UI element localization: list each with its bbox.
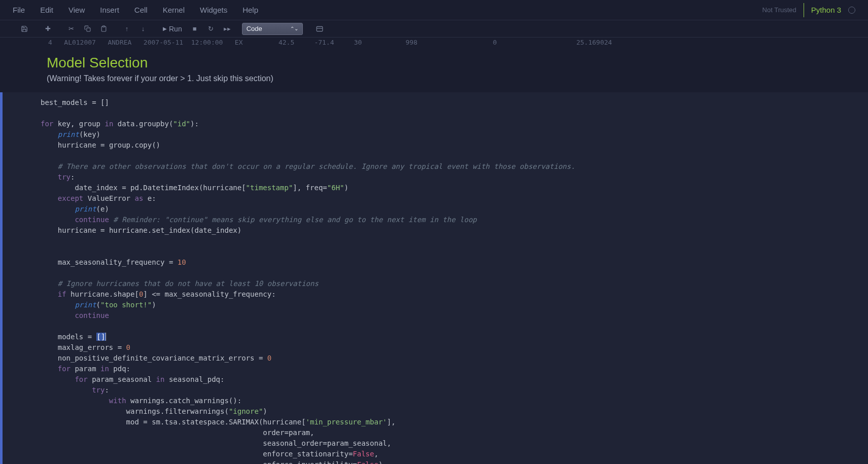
move-down-icon[interactable]: ↓ [136, 23, 150, 34]
notebook: 4 AL012007 ANDREA 2007-05-11 12:00:00 EX… [0, 38, 868, 464]
command-palette-icon[interactable] [313, 23, 326, 34]
cell-gutter [0, 92, 34, 464]
cut-icon[interactable]: ✂ [64, 23, 78, 34]
menubar: File Edit View Insert Cell Kernel Widget… [0, 0, 868, 20]
chevron-up-down-icon: ⌃⌄ [290, 26, 298, 31]
menu-cell[interactable]: Cell [134, 6, 148, 14]
paste-icon[interactable] [97, 23, 110, 34]
markdown-paragraph: (Warning! Takes forever if your order > … [47, 74, 868, 83]
restart-icon[interactable]: ↻ [204, 23, 218, 34]
string-literal: "ignore" [229, 407, 263, 415]
menu-help[interactable]: Help [242, 6, 258, 14]
menu-widgets[interactable]: Widgets [200, 6, 227, 14]
kernel-name[interactable]: Python 3 [811, 6, 841, 14]
save-icon[interactable] [18, 23, 31, 34]
header-right: Not Trusted Python 3 [762, 3, 855, 17]
markdown-cell[interactable]: Model Selection (Warning! Takes forever … [0, 47, 868, 90]
string-literal: 'min_pressure_mbar' [306, 418, 387, 426]
interrupt-icon[interactable]: ■ [188, 23, 201, 34]
restart-run-all-icon[interactable]: ▸▸ [221, 23, 234, 34]
number-literal: 0 [267, 354, 271, 362]
output-data-fragment: 4 AL012007 ANDREA 2007-05-11 12:00:00 EX… [0, 38, 868, 47]
copy-icon[interactable] [81, 23, 94, 34]
menu-view[interactable]: View [68, 6, 85, 14]
not-trusted-label[interactable]: Not Trusted [762, 6, 796, 14]
cell-type-value: Code [247, 25, 262, 32]
code-editor[interactable]: best_models = [] for key, group in data.… [34, 92, 868, 464]
string-literal: "id" [173, 120, 190, 128]
svg-rect-1 [102, 26, 105, 27]
menu-file[interactable]: File [13, 6, 25, 14]
string-literal: "timestamp" [246, 184, 293, 192]
string-literal: "6H" [327, 184, 344, 192]
markdown-heading: Model Selection [47, 55, 868, 71]
menu-kernel[interactable]: Kernel [163, 6, 185, 14]
menus: File Edit View Insert Cell Kernel Widget… [13, 6, 258, 14]
header-divider [804, 3, 804, 17]
code-comment: # Reminder: "continue" means skip everyt… [113, 216, 476, 224]
play-icon: ▶ [163, 26, 167, 31]
svg-rect-0 [86, 28, 90, 31]
code-cell[interactable]: best_models = [] for key, group in data.… [0, 92, 868, 464]
move-up-icon[interactable]: ↑ [120, 23, 133, 34]
selected-text: [] [96, 333, 106, 341]
add-cell-icon[interactable]: ✚ [41, 23, 54, 34]
number-literal: 0 [126, 343, 130, 351]
kernel-status-icon[interactable] [848, 7, 855, 14]
number-literal: 0 [139, 290, 143, 298]
number-literal: 10 [178, 258, 186, 266]
svg-rect-2 [317, 26, 323, 31]
run-button[interactable]: ▶ Run [160, 25, 185, 33]
menu-insert[interactable]: Insert [100, 6, 119, 14]
toolbar: ✚ ✂ ↑ ↓ ▶ Run ■ ↻ ▸▸ Code ⌃⌄ [0, 20, 868, 38]
code-comment: # Ignore hurricanes that do not have at … [58, 279, 319, 288]
code-comment: # There are other observations that don'… [58, 162, 575, 170]
string-literal: "too short!" [100, 301, 152, 309]
cell-type-select[interactable]: Code ⌃⌄ [242, 23, 303, 35]
menu-edit[interactable]: Edit [40, 6, 53, 14]
run-label: Run [169, 25, 182, 33]
